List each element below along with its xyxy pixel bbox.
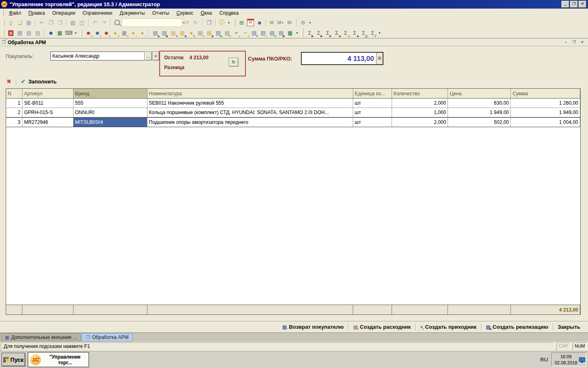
- cell-n[interactable]: 3: [6, 118, 22, 127]
- history-forward-icon[interactable]: ↻: [192, 18, 200, 27]
- buyer-lookup-button[interactable]: ...: [144, 52, 152, 61]
- counterparties-icon[interactable]: ☻: [47, 29, 55, 37]
- return-to-buyer-button[interactable]: ▤↩Возврат покупателю: [278, 323, 347, 331]
- mdi-close-button[interactable]: ✕: [579, 40, 586, 45]
- cell-price[interactable]: 630,00: [448, 99, 511, 108]
- report-purchases-icon[interactable]: Σ☻: [314, 29, 323, 37]
- print-icon[interactable]: ▤: [69, 18, 77, 27]
- copy-windows-icon[interactable]: ❐: [205, 18, 213, 27]
- documents-journal-icon[interactable]: ≣: [7, 29, 15, 37]
- supplier-debt-icon[interactable]: ☻●: [93, 29, 102, 37]
- documents-dropdown-arrow[interactable]: ▾: [295, 31, 299, 35]
- refresh-balance-button[interactable]: ↻: [229, 58, 238, 67]
- column-header-sum[interactable]: Сумма: [511, 89, 580, 98]
- cell-nomenclature[interactable]: SEB011 Наконечник рулевой 555: [147, 99, 353, 108]
- table-empty-area[interactable]: [6, 127, 580, 305]
- cell-price[interactable]: 1 949,00: [448, 108, 511, 117]
- fill-button-label[interactable]: Заполнить: [28, 79, 56, 85]
- restore-button[interactable]: ❐: [570, 1, 578, 8]
- cash-receipt-icon[interactable]: ▤■: [205, 29, 214, 37]
- history-back-icon[interactable]: ↺: [183, 18, 191, 27]
- memory-minus-button[interactable]: M-: [286, 20, 294, 25]
- window-tab-arm-processing[interactable]: ❐Обработка АРМ: [82, 333, 133, 341]
- buyer-debt-icon[interactable]: ☻●: [84, 29, 93, 37]
- buyer-input[interactable]: [50, 52, 148, 61]
- cell-article[interactable]: GPRH-015-S: [22, 108, 74, 117]
- menu-item-file[interactable]: Файл: [5, 9, 25, 17]
- delete-row-icon[interactable]: ✖: [7, 78, 11, 85]
- menu-item-documents[interactable]: Документы: [116, 9, 149, 17]
- sum-pko-rko-value[interactable]: 4 113,00: [302, 53, 376, 64]
- print-receipt-icon[interactable]: ▤: [33, 29, 42, 37]
- report-documents-icon[interactable]: Σ▤: [359, 29, 368, 37]
- report-clients-icon[interactable]: Σ☻: [323, 29, 332, 37]
- menu-item-windows[interactable]: Окна: [197, 9, 216, 17]
- cell-brand[interactable]: ONNURI: [74, 108, 147, 117]
- table-settings-icon[interactable]: ⊞: [237, 18, 246, 27]
- menu-item-operations[interactable]: Операции: [49, 9, 79, 17]
- cash-desk-icon[interactable]: ▦: [56, 29, 64, 37]
- create-expense-button[interactable]: ▤●Создать расходник: [350, 323, 414, 331]
- paste-icon[interactable]: ❒: [56, 18, 64, 27]
- column-header-nomenclature[interactable]: Номенклатура: [147, 89, 353, 98]
- column-header-price[interactable]: Цена: [448, 89, 511, 98]
- cell-n[interactable]: 2: [6, 108, 22, 117]
- start-button[interactable]: Пуск: [2, 353, 25, 366]
- sum-pko-rko-field[interactable]: 4 113,00 ▦: [301, 52, 383, 65]
- undo-icon[interactable]: ↶: [91, 18, 99, 27]
- cell-quantity[interactable]: 1,000: [392, 108, 448, 117]
- menu-item-reports[interactable]: Отчеты: [149, 9, 173, 17]
- memory-plus-button[interactable]: M+: [276, 20, 285, 25]
- service-settings-icon[interactable]: ⚙: [299, 18, 307, 27]
- table-row[interactable]: 2GPRH-015-SONNURIКольца поршневые (компл…: [6, 108, 580, 117]
- menu-item-catalogs[interactable]: Справочники: [79, 9, 116, 17]
- add-expense-icon[interactable]: −●: [241, 29, 249, 37]
- close-button[interactable]: Закрыть: [554, 323, 584, 331]
- cell-article[interactable]: SE-B011: [22, 99, 74, 108]
- print-document-icon[interactable]: ▤: [16, 29, 24, 37]
- cell-price[interactable]: 502,00: [448, 118, 511, 127]
- reports-dropdown-arrow[interactable]: ▾: [377, 31, 382, 35]
- user-permissions-icon[interactable]: ☻: [255, 18, 264, 27]
- new-document-icon[interactable]: ▯: [7, 18, 15, 27]
- create-sale-button[interactable]: ▤■Создать реализацию: [482, 323, 552, 331]
- tray-clock[interactable]: 16:09 02.08.2018: [551, 352, 586, 367]
- cell-unit[interactable]: шт: [353, 99, 392, 108]
- search-icon[interactable]: [113, 18, 121, 27]
- payment-document-icon[interactable]: ▤●: [196, 29, 205, 37]
- info-icon[interactable]: ⓘ: [218, 18, 226, 27]
- report-sales-icon[interactable]: Σ☻: [305, 29, 314, 37]
- print-invoice-icon[interactable]: ▤: [24, 29, 33, 37]
- fill-check-icon[interactable]: ✔: [21, 78, 26, 85]
- cell-brand[interactable]: MITSUBISHI: [74, 118, 147, 127]
- copy-icon[interactable]: ❐: [47, 18, 55, 27]
- cell-unit[interactable]: шт: [353, 108, 392, 117]
- cell-brand[interactable]: 555: [74, 99, 147, 108]
- calculator-icon[interactable]: ▦: [376, 53, 383, 64]
- column-header-unit[interactable]: Единица из...: [353, 89, 392, 98]
- new-sale-document-icon[interactable]: ▤■: [151, 29, 160, 37]
- info-dropdown-arrow[interactable]: ▾: [227, 21, 231, 25]
- outgoing-payment-icon[interactable]: ▤■: [178, 29, 187, 37]
- search-combobox-input[interactable]: [122, 19, 182, 26]
- open-file-icon[interactable]: ❏: [16, 18, 24, 27]
- cell-nomenclature[interactable]: Кольца поршневые (комплект) СТД. HYUNDAI…: [147, 108, 353, 117]
- cash-register-icon[interactable]: ⌨: [65, 29, 73, 37]
- window-tab-external-processings[interactable]: ▦Дополнительные внешние ...: [1, 333, 81, 341]
- report-orders-icon[interactable]: Σ■: [350, 29, 359, 37]
- green-grid-icon[interactable]: ▦: [286, 29, 294, 37]
- cash-balance-icon[interactable]: ●≡: [111, 29, 120, 37]
- redo-icon[interactable]: ↷: [100, 18, 108, 27]
- cell-quantity[interactable]: 2,000: [392, 99, 448, 108]
- expense-money-icon[interactable]: ●−: [129, 29, 138, 37]
- table-row[interactable]: 3MR272946MITSUBISHIПодшипник опоры аморт…: [6, 117, 580, 127]
- cell-article[interactable]: MR272946: [22, 118, 74, 127]
- coins-icon[interactable]: ●○: [138, 29, 147, 37]
- document-exchange-icon[interactable]: ▤⇄: [214, 29, 223, 37]
- document-client-icon[interactable]: ▤☻: [277, 29, 285, 37]
- cash-register-dropdown-arrow[interactable]: ▾: [74, 31, 78, 35]
- client-payments-icon[interactable]: ☻●: [102, 29, 111, 37]
- report-approved-icon[interactable]: Σ✔: [368, 29, 377, 37]
- column-header-brand[interactable]: Бренд: [74, 89, 147, 98]
- document-coins-icon[interactable]: ▤●: [259, 29, 267, 37]
